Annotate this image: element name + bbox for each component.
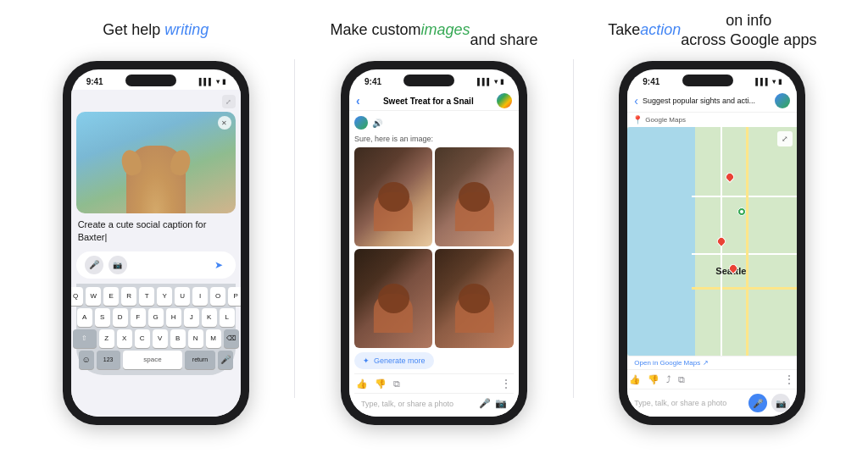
road-1 <box>692 196 797 197</box>
battery-icon2: ▮ <box>500 78 504 86</box>
thumbs-down-icon3[interactable]: 👎 <box>648 374 659 385</box>
expand-icon[interactable]: ⤢ <box>222 95 236 108</box>
key-x[interactable]: X <box>117 329 132 348</box>
thumbs-up-icon3[interactable]: 👍 <box>629 374 641 385</box>
key-m[interactable]: M <box>206 329 221 348</box>
camera-button3[interactable]: 📷 <box>771 394 790 412</box>
key-d[interactable]: D <box>113 308 128 327</box>
caption-prompt: Create a cute social caption for Baxter| <box>76 218 236 245</box>
share-icon[interactable]: ⤴ <box>666 374 671 385</box>
key-t[interactable]: T <box>139 287 154 306</box>
key-i[interactable]: I <box>192 287 208 306</box>
input-bottom: Type, talk, or share a photo 🎤 📷 <box>354 393 514 413</box>
input-bar[interactable]: 🎤 📷 ➤ <box>76 251 236 279</box>
generated-image-3 <box>354 249 433 348</box>
input-action-icons: 🎤 📷 <box>85 256 127 274</box>
mic-button3[interactable]: 🎤 <box>748 394 767 412</box>
phone3-time: 9:41 <box>643 77 659 86</box>
maps-action-bar: 👍 👎 ⤴ ⧉ ⋮ <box>627 369 797 389</box>
phone1-time: 9:41 <box>86 77 103 86</box>
send-button[interactable]: ➤ <box>210 257 227 273</box>
more-options-icon[interactable]: ⋮ <box>500 377 512 390</box>
key-o[interactable]: O <box>210 287 225 306</box>
key-u[interactable]: U <box>175 287 190 306</box>
key-n[interactable]: N <box>188 329 203 348</box>
key-g[interactable]: G <box>148 308 164 327</box>
more-options-icon3[interactable]: ⋮ <box>783 373 795 386</box>
keyboard-row-4: ☺ 123 space return 🎤 <box>79 351 233 369</box>
phone1-status-icons: ▌▌▌ ▾ ▮ <box>199 78 225 86</box>
num-key[interactable]: 123 <box>97 351 120 369</box>
phone3-inner: 9:41 ▌▌▌ ▾ ▮ ‹ Suggest popular sights an… <box>627 69 797 417</box>
input-placeholder2: Type, talk, or share a photo <box>361 400 479 408</box>
phone3-status-bar: 9:41 ▌▌▌ ▾ ▮ <box>627 69 797 90</box>
key-z[interactable]: Z <box>99 329 114 348</box>
thumbs-up-icon[interactable]: 👍 <box>356 378 368 389</box>
open-maps-link[interactable]: Open in Google Maps ↗ <box>627 356 797 369</box>
key-p[interactable]: P <box>228 287 241 306</box>
mic-button[interactable]: 🎤 <box>85 256 103 274</box>
phone2-status-icons: ▌▌▌ ▾ ▮ <box>477 78 504 86</box>
water-body <box>627 127 704 356</box>
dog-image: ✕ <box>76 112 236 213</box>
delete-key[interactable]: ⌫ <box>224 329 239 348</box>
key-e[interactable]: E <box>103 287 119 306</box>
key-j[interactable]: J <box>184 308 199 327</box>
key-f[interactable]: F <box>131 308 146 327</box>
key-a[interactable]: A <box>77 308 92 327</box>
map-expand-icon[interactable]: ⤢ <box>777 131 793 146</box>
return-key[interactable]: return <box>185 351 214 369</box>
signal-icon2: ▌▌▌ <box>477 78 492 86</box>
space-key[interactable]: space <box>123 351 183 369</box>
phone1-top-bar: ⤢ <box>76 93 236 110</box>
main-container: Get help writing 9:41 ▌▌▌ ▾ ▮ ⤢ <box>0 0 868 453</box>
key-y[interactable]: Y <box>157 287 172 306</box>
key-q[interactable]: Q <box>71 287 84 306</box>
key-l[interactable]: L <box>220 308 235 327</box>
camera-icon2[interactable]: 📷 <box>495 398 507 409</box>
maps-back-arrow[interactable]: ‹ <box>634 94 638 108</box>
thumbs-down-icon[interactable]: 👎 <box>375 378 387 389</box>
emoji-key[interactable]: ☺ <box>79 351 94 369</box>
copy-icon[interactable]: ⧉ <box>393 378 400 389</box>
generated-image-4 <box>435 249 514 348</box>
map-view[interactable]: Seattle <box>627 127 797 356</box>
key-v[interactable]: V <box>153 329 168 348</box>
wifi-icon2: ▾ <box>494 78 498 86</box>
panel-writing: Get help writing 9:41 ▌▌▌ ▾ ▮ ⤢ <box>17 8 294 445</box>
signal-icon: ▌▌▌ <box>199 78 214 86</box>
phone3-status-icons: ▌▌▌ ▾ ▮ <box>755 78 782 86</box>
key-c[interactable]: C <box>135 329 150 348</box>
key-w[interactable]: W <box>86 287 101 306</box>
phone3: 9:41 ▌▌▌ ▾ ▮ ‹ Suggest popular sights an… <box>619 61 805 425</box>
maps-header: ‹ Suggest popular sights and acti... <box>627 90 797 113</box>
key-h[interactable]: H <box>166 308 181 327</box>
key-s[interactable]: S <box>95 308 110 327</box>
camera-button[interactable]: 📷 <box>108 256 127 274</box>
image-grid <box>354 147 514 348</box>
chat-title: Sweet Treat for a Snail <box>383 97 474 106</box>
key-r[interactable]: R <box>121 287 136 306</box>
phone1-status-bar: 9:41 ▌▌▌ ▾ ▮ <box>71 69 241 90</box>
action-bar: 👍 👎 ⧉ ⋮ <box>354 373 514 393</box>
mic-icon2[interactable]: 🎤 <box>479 398 491 409</box>
shift-key[interactable]: ⇧ <box>73 329 97 348</box>
generate-more-button[interactable]: ✦ Generate more <box>354 352 434 369</box>
mic-key[interactable]: 🎤 <box>218 351 233 369</box>
back-arrow[interactable]: ‹ <box>356 94 360 108</box>
panel-images: Make custom imagesand share 9:41 ▌▌▌ ▾ ▮… <box>295 8 572 445</box>
phone1-content: ⤢ ✕ Create a cute social caption for Bax… <box>71 90 241 417</box>
key-b[interactable]: B <box>170 329 186 348</box>
generate-label: Generate more <box>374 356 426 365</box>
map-pin-1 <box>726 173 736 186</box>
key-k[interactable]: K <box>202 308 217 327</box>
location-pin-icon: 📍 <box>632 115 643 124</box>
wifi-icon: ▾ <box>216 78 220 86</box>
maps-query: Suggest popular sights and acti... <box>643 97 771 105</box>
copy-icon3[interactable]: ⧉ <box>678 374 685 385</box>
maps-gemini-icon <box>775 93 790 108</box>
keyboard-row-2: A S D F G H J K L <box>79 308 233 327</box>
keyboard: Q W E R T Y U I O P A <box>76 284 236 375</box>
phone3-dynamic-island <box>682 75 733 86</box>
close-image-button[interactable]: ✕ <box>218 116 231 130</box>
